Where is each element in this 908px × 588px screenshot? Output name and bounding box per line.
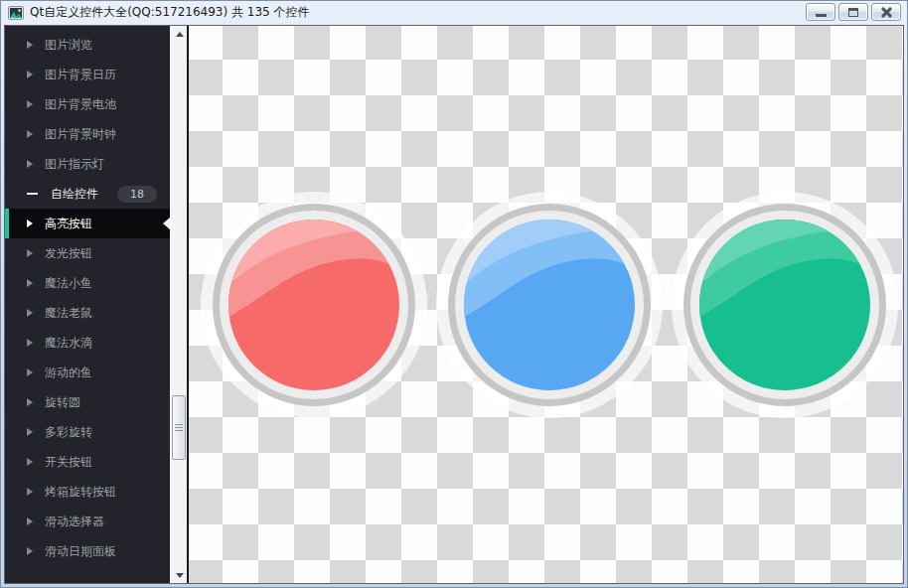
triangle-up-icon (176, 32, 184, 37)
triangle-right-icon (27, 71, 33, 78)
red-highlight-button[interactable] (199, 190, 429, 420)
sidebar-group-custom-drawn[interactable]: 自绘控件 18 (5, 179, 170, 209)
app-window: Qt自定义控件大全(QQ:517216493) 共 135 个控件 图片浏览 图… (0, 0, 908, 588)
scroll-up-button[interactable] (171, 26, 188, 42)
triangle-right-icon (27, 249, 33, 257)
sidebar-item-image-browse[interactable]: 图片浏览 (5, 30, 170, 60)
triangle-right-icon (27, 309, 33, 317)
blue-highlight-button[interactable] (434, 190, 665, 420)
sidebar-item-magic-drop[interactable]: 魔法水滴 (5, 328, 170, 358)
triangle-right-icon (27, 428, 33, 436)
triangle-right-icon (27, 547, 33, 555)
triangle-right-icon (27, 368, 33, 376)
sidebar-item-rotating-circle[interactable]: 旋转圆 (5, 387, 170, 417)
triangle-right-icon (27, 41, 33, 49)
sidebar-item-magic-mouse[interactable]: 魔法老鼠 (5, 298, 170, 328)
triangle-down-icon (176, 573, 184, 578)
close-icon (880, 6, 893, 19)
app-picture-icon (8, 6, 24, 20)
close-button[interactable] (871, 3, 901, 21)
selected-item-marker-triangle-left-icon (163, 218, 170, 229)
triangle-right-icon (27, 279, 33, 287)
triangle-right-icon (27, 488, 33, 496)
sidebar-item-image-lamp[interactable]: 图片指示灯 (5, 149, 170, 179)
maximize-button[interactable] (838, 3, 868, 21)
maximize-icon (848, 8, 858, 17)
sidebar-item-switch-button[interactable]: 开关按钮 (5, 447, 170, 477)
window-title: Qt自定义控件大全(QQ:517216493) 共 135 个控件 (30, 4, 310, 21)
triangle-right-icon (27, 398, 33, 406)
scrollbar-thumb[interactable] (172, 395, 186, 460)
minus-icon (27, 193, 38, 195)
sidebar-scrollbar[interactable] (170, 26, 187, 583)
green-highlight-button[interactable] (670, 190, 900, 420)
titlebar[interactable]: Qt自定义控件大全(QQ:517216493) 共 135 个控件 (0, 0, 908, 25)
triangle-right-icon (27, 160, 33, 168)
sidebar-item-swimming-fish[interactable]: 游动的鱼 (5, 358, 170, 387)
sidebar-item-glow-button[interactable]: 发光按钮 (5, 238, 170, 268)
sidebar-item-highlight-button[interactable]: 高亮按钮 (5, 209, 170, 238)
minimize-icon (816, 14, 827, 17)
triangle-right-icon (27, 100, 33, 108)
group-count-badge: 18 (117, 186, 157, 203)
sidebar-item-image-clock[interactable]: 图片背景时钟 (5, 119, 170, 149)
sidebar-item-image-battery[interactable]: 图片背景电池 (5, 89, 170, 119)
demo-canvas (189, 26, 903, 583)
sidebar: 图片浏览 图片背景日历 图片背景电池 图片背景时钟 图片指示灯 自绘控件 (5, 26, 170, 583)
sidebar-item-sliding-date-panel[interactable]: 滑动日期面板 (5, 536, 170, 566)
triangle-right-icon (27, 130, 33, 138)
sidebar-item-image-calendar[interactable]: 图片背景日历 (5, 60, 170, 89)
sidebar-item-colorful-rotation[interactable]: 多彩旋转 (5, 417, 170, 447)
window-controls (806, 3, 901, 21)
sidebar-item-oven-knob[interactable]: 烤箱旋转按钮 (5, 477, 170, 507)
minimize-button[interactable] (806, 3, 835, 21)
triangle-right-icon (27, 339, 33, 347)
triangle-right-icon (27, 458, 33, 466)
triangle-right-icon (27, 220, 33, 227)
sidebar-item-magic-fish[interactable]: 魔法小鱼 (5, 268, 170, 298)
scroll-down-button[interactable] (171, 567, 188, 583)
sidebar-item-sliding-selector[interactable]: 滑动选择器 (5, 507, 170, 536)
client-area: 图片浏览 图片背景日历 图片背景电池 图片背景时钟 图片指示灯 自绘控件 (4, 25, 904, 584)
triangle-right-icon (27, 517, 33, 525)
